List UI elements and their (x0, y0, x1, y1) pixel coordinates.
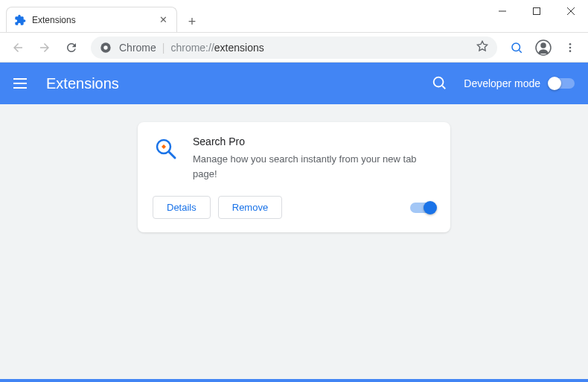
hamburger-menu-icon[interactable] (13, 74, 31, 92)
svg-line-14 (443, 86, 446, 89)
puzzle-piece-icon (14, 14, 26, 26)
browser-tab[interactable]: Extensions ✕ (6, 7, 177, 32)
developer-mode-label: Developer mode (464, 77, 540, 89)
bookmark-star-icon[interactable] (476, 40, 488, 54)
extensions-content: Search Pro Manage how you search instant… (0, 104, 588, 379)
svg-point-12 (569, 50, 572, 52)
toggle-knob (548, 77, 561, 90)
chrome-icon (100, 42, 112, 54)
bottom-accent-border (0, 379, 588, 382)
minimize-button[interactable] (485, 0, 520, 22)
details-button[interactable]: Details (153, 196, 211, 219)
svg-point-6 (512, 43, 520, 51)
extensions-header: Extensions Developer mode (0, 63, 588, 104)
extension-card: Search Pro Manage how you search instant… (138, 122, 450, 232)
remove-button[interactable]: Remove (218, 196, 282, 219)
svg-point-5 (103, 45, 107, 49)
search-icon[interactable] (505, 36, 528, 60)
svg-rect-1 (534, 8, 540, 15)
developer-mode-toggle[interactable] (549, 78, 575, 89)
svg-point-9 (541, 43, 546, 48)
menu-button[interactable] (558, 36, 582, 60)
extension-card-body: Search Pro Manage how you search instant… (153, 136, 435, 181)
reload-button[interactable] (60, 36, 83, 60)
extensions-search-icon[interactable] (431, 74, 449, 92)
new-tab-button[interactable]: + (182, 11, 202, 32)
svg-line-7 (519, 50, 521, 52)
close-window-button[interactable] (554, 0, 588, 22)
svg-point-10 (569, 43, 572, 45)
back-button[interactable] (6, 36, 30, 60)
window-controls (485, 0, 588, 22)
close-tab-icon[interactable]: ✕ (157, 14, 169, 26)
extension-card-footer: Details Remove (153, 196, 435, 219)
extension-name: Search Pro (193, 136, 435, 147)
svg-line-16 (169, 152, 175, 158)
extension-icon (153, 136, 179, 162)
forward-button[interactable] (33, 36, 57, 60)
omnibox-browser-label: Chrome (119, 42, 156, 54)
window-titlebar: Extensions ✕ + (0, 0, 588, 33)
toggle-knob (424, 201, 437, 214)
omnibox-url: chrome://extensions (170, 42, 470, 54)
profile-button[interactable] (531, 36, 555, 60)
tab-title: Extensions (32, 15, 157, 25)
omnibox-separator: | (162, 42, 165, 54)
browser-toolbar: Chrome | chrome://extensions (0, 33, 588, 63)
address-bar[interactable]: Chrome | chrome://extensions (91, 36, 497, 59)
svg-point-13 (434, 77, 444, 87)
extension-description: Manage how you search instantly from you… (193, 152, 435, 181)
tabs-area: Extensions ✕ + (0, 0, 202, 32)
extension-text: Search Pro Manage how you search instant… (193, 136, 435, 181)
extension-enable-toggle[interactable] (410, 203, 435, 213)
svg-point-11 (569, 46, 572, 48)
page-title: Extensions (46, 75, 431, 92)
maximize-button[interactable] (520, 0, 554, 22)
